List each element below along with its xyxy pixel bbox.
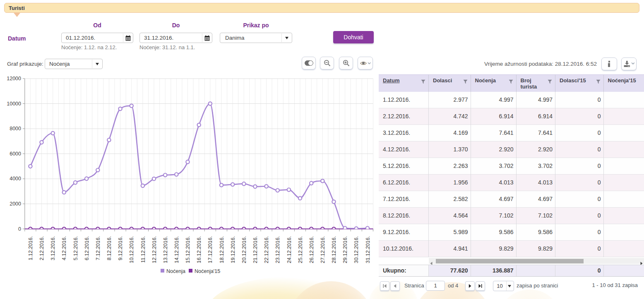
svg-text:6000: 6000 [10, 151, 21, 157]
svg-text:4.12.2016.: 4.12.2016. [61, 236, 67, 261]
svg-text:5.12.2016.: 5.12.2016. [73, 236, 79, 261]
svg-text:13.12.2016.: 13.12.2016. [163, 236, 168, 263]
svg-text:14.12.2016.: 14.12.2016. [174, 236, 180, 263]
svg-text:9.12.2016.: 9.12.2016. [118, 236, 123, 261]
svg-text:30.12.2016.: 30.12.2016. [353, 236, 359, 263]
svg-text:22.12.2016.: 22.12.2016. [264, 236, 269, 263]
svg-text:2.12.2016.: 2.12.2016. [39, 236, 45, 261]
svg-text:6.12.2016.: 6.12.2016. [84, 236, 90, 261]
svg-text:17.12.2016.: 17.12.2016. [207, 236, 213, 263]
svg-text:4000: 4000 [10, 176, 21, 182]
svg-text:21.12.2016.: 21.12.2016. [252, 236, 258, 263]
svg-text:8.12.2016.: 8.12.2016. [106, 236, 112, 261]
svg-text:28.12.2016.: 28.12.2016. [331, 236, 337, 263]
svg-text:11.12.2016.: 11.12.2016. [140, 236, 146, 263]
svg-text:31.12.2016.: 31.12.2016. [365, 236, 371, 263]
svg-text:Noćenja'15: Noćenja'15 [195, 268, 220, 274]
svg-text:24.12.2016.: 24.12.2016. [286, 236, 292, 263]
svg-text:12000: 12000 [7, 76, 21, 81]
svg-text:0: 0 [18, 226, 21, 232]
svg-text:1.12.2016.: 1.12.2016. [28, 236, 34, 261]
svg-text:3.12.2016.: 3.12.2016. [50, 236, 56, 261]
svg-text:10.12.2016.: 10.12.2016. [129, 236, 135, 263]
svg-text:16.12.2016.: 16.12.2016. [196, 236, 202, 263]
svg-text:19.12.2016.: 19.12.2016. [230, 236, 236, 263]
svg-text:8000: 8000 [10, 126, 21, 132]
svg-text:27.12.2016.: 27.12.2016. [320, 236, 326, 263]
svg-text:15.12.2016.: 15.12.2016. [185, 236, 191, 263]
svg-text:Noćenja: Noćenja [166, 268, 185, 274]
svg-text:20.12.2016.: 20.12.2016. [241, 236, 247, 263]
svg-text:26.12.2016.: 26.12.2016. [309, 236, 315, 263]
svg-text:10000: 10000 [7, 101, 21, 107]
svg-text:29.12.2016.: 29.12.2016. [342, 236, 348, 263]
svg-text:25.12.2016.: 25.12.2016. [298, 236, 303, 263]
svg-text:18.12.2016.: 18.12.2016. [219, 236, 225, 263]
svg-text:2000: 2000 [10, 201, 21, 207]
svg-text:12.12.2016.: 12.12.2016. [151, 236, 157, 263]
svg-text:7.12.2016.: 7.12.2016. [95, 236, 101, 261]
svg-text:23.12.2016.: 23.12.2016. [275, 236, 281, 263]
